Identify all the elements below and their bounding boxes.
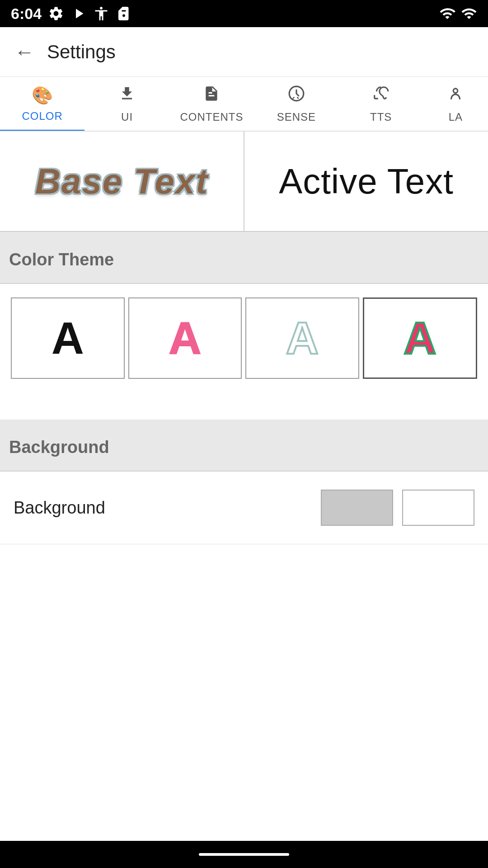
background-section-header: Background [0, 420, 488, 471]
la-icon [447, 85, 464, 106]
signal-icon [461, 5, 477, 22]
document-icon [203, 85, 220, 106]
background-label: Background [14, 498, 105, 518]
color-theme-options: A A A A [0, 284, 488, 392]
theme-option-colorful[interactable]: A [363, 297, 478, 379]
theme-a-pink-letter: A [169, 312, 201, 364]
page-title: Settings [47, 41, 116, 63]
preview-active[interactable]: Active Text [244, 132, 488, 231]
tab-contents[interactable]: CONTENTS [169, 77, 254, 131]
tab-la-label: LA [449, 111, 463, 123]
background-swatches [321, 490, 474, 526]
download-box-icon [118, 85, 136, 106]
sim-icon [116, 5, 132, 22]
theme-a-colorful-letter: A [404, 312, 436, 364]
tab-tts-label: TTS [370, 111, 392, 123]
tab-la[interactable]: LA [423, 77, 488, 131]
tab-bar: 🎨 COLOR UI CONTENTS SENSE TTS LA [0, 77, 488, 132]
status-left: 6:04 [11, 5, 132, 23]
theme-option-black[interactable]: A [11, 297, 125, 379]
tab-tts[interactable]: TTS [339, 77, 423, 131]
tab-ui[interactable]: UI [84, 77, 169, 131]
color-theme-title: Color Theme [9, 250, 114, 269]
status-right [438, 5, 477, 22]
nav-indicator [199, 853, 289, 856]
color-theme-section-header: Color Theme [0, 232, 488, 283]
tab-color-label: COLOR [22, 110, 63, 123]
base-text-preview: Base Text [35, 161, 209, 202]
back-button[interactable]: ← [11, 37, 38, 67]
preview-area: Base Text Active Text [0, 132, 488, 232]
background-section: Background Background [0, 420, 488, 544]
clock-download-icon [288, 85, 305, 106]
nav-bar [0, 841, 488, 868]
play-icon [70, 5, 87, 22]
theme-option-pink[interactable]: A [128, 297, 242, 379]
swatch-white[interactable] [402, 490, 474, 526]
theme-a-outline-letter: A [286, 312, 319, 364]
settings-icon [48, 5, 64, 22]
swatch-gray[interactable] [321, 490, 393, 526]
palette-icon: 🎨 [32, 85, 53, 105]
active-text-preview: Active Text [279, 161, 454, 202]
svg-point-1 [454, 89, 458, 93]
tab-sense[interactable]: SENSE [254, 77, 338, 131]
background-title: Background [9, 438, 109, 457]
tab-sense-label: SENSE [277, 111, 316, 123]
wifi-icon [438, 5, 456, 22]
status-time: 6:04 [11, 5, 42, 23]
tab-color[interactable]: 🎨 COLOR [0, 77, 84, 132]
theme-a-black-letter: A [52, 312, 84, 364]
toolbar: ← Settings [0, 27, 488, 77]
tab-contents-label: CONTENTS [180, 111, 243, 123]
accessibility-icon [93, 5, 109, 22]
theme-option-outline[interactable]: A [245, 297, 359, 379]
tab-ui-label: UI [121, 111, 133, 123]
preview-base[interactable]: Base Text [0, 132, 244, 231]
status-bar: 6:04 [0, 0, 488, 27]
hearing-icon [372, 85, 389, 106]
background-row: Background [0, 472, 488, 544]
